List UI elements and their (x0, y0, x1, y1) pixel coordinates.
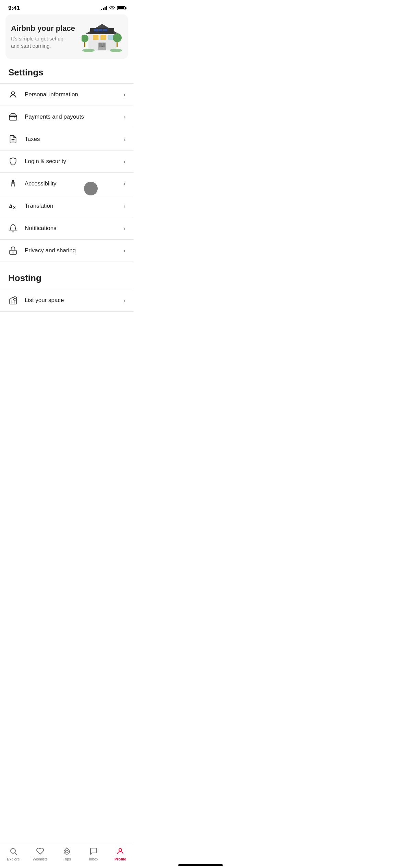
svg-point-0 (112, 10, 112, 10)
accessibility-label: Accessibility (25, 180, 123, 187)
svg-rect-25 (94, 29, 98, 31)
translation-item[interactable]: A X Translation › (0, 195, 134, 217)
bell-icon (8, 224, 18, 233)
translation-label: Translation (25, 203, 123, 209)
hosting-menu-list: List your space › (0, 289, 134, 312)
accessibility-icon (8, 179, 18, 189)
privacy-sharing-item[interactable]: Privacy and sharing › (0, 239, 134, 262)
taxes-item[interactable]: Taxes › (0, 128, 134, 150)
privacy-sharing-label: Privacy and sharing (25, 247, 123, 254)
chevron-right-icon: › (123, 203, 125, 210)
status-icons (101, 6, 125, 10)
svg-rect-29 (100, 35, 106, 40)
svg-rect-26 (98, 29, 102, 31)
chevron-right-icon: › (123, 180, 125, 188)
hosting-title: Hosting (0, 273, 134, 289)
house-illustration (82, 21, 123, 52)
login-security-item[interactable]: Login & security › (0, 150, 134, 172)
svg-point-34 (12, 180, 14, 181)
svg-rect-31 (9, 115, 17, 120)
list-space-label: List your space (25, 297, 123, 304)
svg-point-30 (12, 92, 15, 95)
chevron-right-icon: › (123, 225, 125, 232)
svg-rect-16 (99, 43, 102, 47)
svg-rect-17 (102, 43, 105, 47)
chevron-right-icon: › (123, 297, 125, 304)
top-card-title: Airbnb your place (11, 24, 75, 33)
home-plus-icon (8, 296, 18, 305)
chevron-right-icon: › (123, 91, 125, 98)
svg-rect-28 (93, 35, 98, 40)
svg-text:X: X (13, 205, 16, 210)
shield-icon (8, 157, 18, 166)
taxes-label: Taxes (25, 136, 123, 143)
accessibility-item[interactable]: Accessibility › (0, 172, 134, 195)
lock-icon (8, 246, 18, 255)
svg-point-18 (101, 46, 103, 47)
personal-information-item[interactable]: Personal information › (0, 83, 134, 106)
chevron-right-icon: › (123, 158, 125, 165)
svg-text:A: A (9, 203, 12, 208)
chevron-right-icon: › (123, 113, 125, 121)
chevron-right-icon: › (123, 136, 125, 143)
airbnb-your-place-card[interactable]: Airbnb your place It's simple to get set… (5, 14, 128, 59)
signal-bars-icon (101, 6, 107, 10)
wallet-icon (8, 112, 18, 122)
wifi-icon (109, 6, 115, 10)
svg-point-39 (12, 252, 13, 253)
top-card-description: It's simple to get set up and start earn… (11, 35, 73, 49)
status-bar: 9:41 (0, 0, 134, 14)
payments-payouts-item[interactable]: Payments and payouts › (0, 106, 134, 128)
top-card-text: Airbnb your place It's simple to get set… (11, 24, 75, 49)
svg-point-20 (110, 49, 122, 52)
status-time: 9:41 (8, 5, 20, 12)
person-icon (8, 90, 18, 99)
battery-icon (117, 6, 125, 10)
notifications-label: Notifications (25, 225, 123, 232)
svg-rect-27 (103, 29, 107, 31)
settings-menu-list: Personal information › Payments and payo… (0, 83, 134, 262)
chevron-right-icon: › (123, 247, 125, 254)
list-space-item[interactable]: List your space › (0, 289, 134, 312)
translation-icon: A X (8, 201, 18, 211)
personal-information-label: Personal information (25, 91, 123, 98)
notifications-item[interactable]: Notifications › (0, 217, 134, 239)
svg-point-24 (113, 33, 122, 42)
login-security-label: Login & security (25, 158, 123, 165)
hosting-section: Hosting List your space (0, 273, 134, 312)
settings-section: Settings Personal information › (0, 67, 134, 262)
payments-payouts-label: Payments and payouts (25, 113, 123, 120)
svg-point-19 (82, 49, 95, 52)
settings-title: Settings (0, 67, 134, 83)
document-icon (8, 134, 18, 144)
